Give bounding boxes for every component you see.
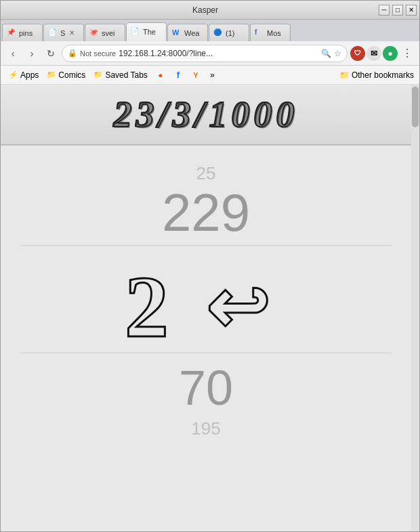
extension-buttons: 🛡 ✉ ● ⋮ xyxy=(350,45,415,62)
bookmark-y[interactable]: Y xyxy=(188,69,203,81)
tab-mos-label: Mos xyxy=(267,29,281,37)
main-content: 23/3/1000 25 229 2 ↩ xyxy=(1,85,419,531)
tab-svei-label: svei xyxy=(102,29,115,37)
saved-tabs-label: Saved Tabs xyxy=(105,70,148,80)
tab-bar: 📌 pins 📄 S ✕ 🐙 svei 📄 The W Wea 🔵 (1) f … xyxy=(1,20,419,41)
tab-s[interactable]: 📄 S ✕ xyxy=(43,24,84,41)
window-title: Kasper xyxy=(192,5,218,15)
tab-the-favicon: 📄 xyxy=(131,27,140,37)
browser-window: Kasper ─ □ ✕ 📌 pins 📄 S ✕ 🐙 svei 📄 The W… xyxy=(0,0,420,532)
other-bookmarks[interactable]: 📁 Other bookmarks xyxy=(339,70,414,80)
tab-wea-label: Wea xyxy=(184,29,199,37)
comics-label: Comics xyxy=(58,70,85,80)
folder-icon: 📁 xyxy=(339,70,350,80)
tab-1-label: (1) xyxy=(226,29,234,37)
number-bottom: 70 xyxy=(179,360,233,416)
tab-1-favicon: 🔵 xyxy=(213,28,223,38)
scrollbar[interactable] xyxy=(411,85,419,531)
bookmark-saved-tabs[interactable]: 📁 Saved Tabs xyxy=(91,69,150,81)
y-icon: Y xyxy=(191,70,201,80)
tab-1[interactable]: 🔵 (1) xyxy=(209,24,249,41)
tab-svei-favicon: 🐙 xyxy=(89,28,99,38)
other-bookmarks-label: Other bookmarks xyxy=(352,70,414,80)
tab-mos-favicon: f xyxy=(255,28,264,38)
forward-button[interactable]: › xyxy=(24,45,40,62)
tab-wea-favicon: W xyxy=(172,28,182,38)
search-icon: 🔍 xyxy=(321,49,331,58)
bookmarks-bar: ⚡ Apps 📁 Comics 📁 Saved Tabs ● f Y » 📁 O… xyxy=(1,66,419,85)
bookmark-facebook[interactable]: f xyxy=(171,69,186,81)
comics-folder-icon: 📁 xyxy=(47,70,56,80)
top-number: 23/3/1000 xyxy=(113,93,298,135)
lock-icon: 🔒 xyxy=(68,49,77,58)
reload-button[interactable]: ↻ xyxy=(43,45,59,62)
tab-s-close[interactable]: ✕ xyxy=(69,29,75,37)
number-above: 25 xyxy=(196,163,216,184)
ext-green[interactable]: ● xyxy=(383,46,398,61)
scroll-thumb[interactable] xyxy=(412,87,419,127)
bookmark-reddit[interactable]: ● xyxy=(153,69,168,81)
saved-tabs-folder-icon: 📁 xyxy=(93,70,103,80)
address-bar[interactable]: 🔒 Not secure 192.168.1.24:8000/?line... … xyxy=(62,45,348,62)
tab-the[interactable]: 📄 The xyxy=(126,22,167,41)
nav-bar: ‹ › ↻ 🔒 Not secure 192.168.1.24:8000/?li… xyxy=(1,41,419,66)
content-area: 23/3/1000 25 229 2 ↩ xyxy=(1,85,411,531)
tab-wea[interactable]: W Wea xyxy=(167,24,208,41)
bookmark-comics[interactable]: 📁 Comics xyxy=(44,69,88,81)
address-text: 192.168.1.24:8000/?line... xyxy=(119,49,318,58)
reddit-icon: ● xyxy=(156,70,165,80)
back-button[interactable]: ‹ xyxy=(5,45,21,62)
divider-1 xyxy=(21,245,390,246)
bookmark-star-icon[interactable]: ☆ xyxy=(334,49,341,58)
tab-pins[interactable]: 📌 pins xyxy=(2,24,43,41)
bookmark-apps[interactable]: ⚡ Apps xyxy=(6,69,41,81)
tab-pins-label: pins xyxy=(19,29,33,37)
tab-s-label: S xyxy=(60,29,65,37)
maximize-button[interactable]: □ xyxy=(392,5,403,16)
facebook-icon: f xyxy=(173,70,183,80)
hand-number-wrap: 2 ↩ xyxy=(1,248,411,350)
ext-mail[interactable]: ✉ xyxy=(366,46,381,61)
not-secure-label: Not secure xyxy=(80,49,116,58)
ext-shield[interactable]: 🛡 xyxy=(350,46,365,61)
close-button[interactable]: ✕ xyxy=(406,5,417,16)
title-bar: Kasper ─ □ ✕ xyxy=(1,1,419,20)
numbers-container: 25 229 2 ↩ 70 195 xyxy=(1,146,411,531)
window-controls: ─ □ ✕ xyxy=(379,5,417,16)
svg-text:2: 2 xyxy=(125,258,169,350)
menu-button[interactable]: ⋮ xyxy=(399,45,415,62)
tab-s-favicon: 📄 xyxy=(48,28,58,38)
tab-svei[interactable]: 🐙 svei xyxy=(85,24,125,41)
tab-the-label: The xyxy=(143,28,156,36)
tab-mos[interactable]: f Mos xyxy=(250,24,291,41)
number-below: 195 xyxy=(191,418,220,439)
top-display: 23/3/1000 xyxy=(1,85,411,146)
svg-text:↩: ↩ xyxy=(206,267,268,349)
hand-number-svg: 2 ↩ xyxy=(111,248,301,350)
minimize-button[interactable]: ─ xyxy=(379,5,390,16)
bookmarks-more-button[interactable]: » xyxy=(206,69,219,81)
divider-2 xyxy=(21,353,390,353)
apps-label: Apps xyxy=(20,70,39,80)
apps-icon: ⚡ xyxy=(9,70,18,80)
tab-pins-favicon: 📌 xyxy=(7,28,16,38)
number-main: 229 xyxy=(162,184,250,242)
